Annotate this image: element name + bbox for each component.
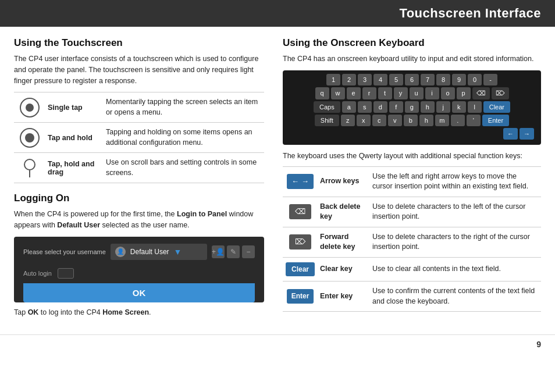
key-f[interactable]: f xyxy=(389,101,403,113)
table-row: Single tap Momentarily tapping the scree… xyxy=(14,92,264,123)
key-caps[interactable]: Caps xyxy=(314,101,340,113)
key-b[interactable]: b xyxy=(404,115,418,126)
key-9[interactable]: 9 xyxy=(452,74,466,85)
fwd-delete-desc: Use to delete characters to the right of… xyxy=(370,227,541,257)
key-r[interactable]: r xyxy=(362,87,376,99)
key-clear[interactable]: Clear xyxy=(483,101,510,113)
logging-on-section: Logging On When the CP4 is powered up fo… xyxy=(14,193,264,318)
clear-desc: Use to clear all contents in the text fi… xyxy=(370,257,541,281)
key-3[interactable]: 3 xyxy=(358,74,372,85)
clear-label: Clear key xyxy=(318,257,370,281)
key-8[interactable]: 8 xyxy=(436,74,450,85)
key-left-arrow[interactable]: ← xyxy=(503,128,518,140)
edit-user-button[interactable]: ✎ xyxy=(227,245,240,258)
ok-button[interactable]: OK xyxy=(23,283,255,302)
key-d[interactable]: d xyxy=(373,101,387,113)
key-a[interactable]: a xyxy=(342,101,356,113)
key-1[interactable]: 1 xyxy=(326,74,340,85)
left-column: Using the Touchscreen The CP4 user inter… xyxy=(14,37,264,324)
login-icons-row: +👤 ✎ − xyxy=(212,245,255,258)
logging-title: Logging On xyxy=(14,193,264,204)
key-w[interactable]: w xyxy=(331,87,345,99)
back-delete-icon: ⌫ xyxy=(289,204,311,219)
tap-hold-icon xyxy=(20,128,40,148)
arrow-keys-desc: Use the left and right arrow keys to mov… xyxy=(370,166,541,197)
key-4[interactable]: 4 xyxy=(373,74,387,85)
touchscreen-desc: The CP4 user interface consists of a tou… xyxy=(14,54,264,86)
arrow-keys-icon-cell: ← → xyxy=(283,166,318,197)
default-user-label: Default User xyxy=(130,248,169,256)
auto-login-label: Auto login xyxy=(23,270,52,277)
touchscreen-title: Using the Touchscreen xyxy=(14,37,264,49)
back-delete-icon-cell: ⌫ xyxy=(283,197,318,227)
key-q[interactable]: q xyxy=(315,87,329,99)
header-title: Touchscreen Interface xyxy=(399,6,541,20)
right-arrow-icon: → xyxy=(301,176,309,187)
key-x[interactable]: x xyxy=(357,115,371,126)
key-e[interactable]: e xyxy=(347,87,361,99)
keyboard-desc: The CP4 has an onscreen keyboard utility… xyxy=(283,54,541,65)
key-fwd-del[interactable]: ⌦ xyxy=(492,87,509,99)
key-6[interactable]: 6 xyxy=(405,74,419,85)
key-c[interactable]: c xyxy=(372,115,386,126)
pin-circle xyxy=(24,159,35,170)
key-backspace[interactable]: ⌫ xyxy=(472,87,490,99)
keyboard-mockup: 1 2 3 4 5 6 7 8 9 0 - q w e r t y u xyxy=(283,70,541,145)
key-2[interactable]: 2 xyxy=(342,74,356,85)
table-row: Tap and hold Tapping and holding on some… xyxy=(14,123,264,153)
key-5[interactable]: 5 xyxy=(389,74,403,85)
single-tap-icon-cell xyxy=(14,92,45,123)
auto-login-row: Auto login xyxy=(23,265,255,283)
key-0[interactable]: 0 xyxy=(468,74,482,85)
tap-hold-label: Tap and hold xyxy=(45,123,104,153)
tap-types-table: Single tap Momentarily tapping the scree… xyxy=(14,92,264,183)
key-enter[interactable]: Enter xyxy=(482,115,509,126)
page-number: 9 xyxy=(0,334,555,354)
key-u[interactable]: u xyxy=(410,87,424,99)
keys-desc-table: ← → Arrow keys Use the left and right ar… xyxy=(283,166,541,312)
page-header: Touchscreen Interface xyxy=(0,0,555,27)
add-user-button[interactable]: +👤 xyxy=(212,245,225,258)
single-tap-dot xyxy=(26,104,34,112)
key-g[interactable]: g xyxy=(405,101,419,113)
kb-row-5: ← → xyxy=(286,128,538,140)
tap-hold-drag-icon xyxy=(16,159,43,177)
select-username-label: Please select your username xyxy=(23,248,106,256)
remove-user-button[interactable]: − xyxy=(242,245,255,258)
key-period[interactable]: . xyxy=(451,115,465,126)
key-t[interactable]: t xyxy=(378,87,392,99)
dropdown-arrow-icon[interactable]: ▼ xyxy=(174,247,182,256)
key-shift[interactable]: Shift xyxy=(315,115,339,126)
fwd-delete-icon-cell: ⌦ xyxy=(283,227,318,257)
login-user-box[interactable]: 👤 Default User ▼ xyxy=(111,244,207,260)
key-7[interactable]: 7 xyxy=(421,74,435,85)
key-p[interactable]: p xyxy=(457,87,471,99)
key-k[interactable]: k xyxy=(452,101,466,113)
key-j[interactable]: j xyxy=(436,101,450,113)
key-o[interactable]: o xyxy=(441,87,455,99)
arrow-keys-icon: ← → xyxy=(287,174,314,189)
key-y[interactable]: y xyxy=(394,87,408,99)
key-s[interactable]: s xyxy=(358,101,372,113)
key-z[interactable]: z xyxy=(341,115,355,126)
key-h[interactable]: h xyxy=(421,101,435,113)
key-l[interactable]: l xyxy=(468,101,482,113)
key-m[interactable]: m xyxy=(435,115,449,126)
key-apostrophe[interactable]: ' xyxy=(467,115,481,126)
key-i[interactable]: i xyxy=(425,87,439,99)
tap-hold-drag-label: Tap, hold and drag xyxy=(45,153,104,183)
auto-login-toggle[interactable] xyxy=(58,268,74,279)
key-v[interactable]: v xyxy=(388,115,402,126)
enter-label: Enter key xyxy=(318,281,370,312)
key-right-arrow[interactable]: → xyxy=(520,128,534,140)
enter-icon-cell: Enter xyxy=(283,281,318,312)
right-column: Using the Onscreen Keyboard The CP4 has … xyxy=(283,37,541,324)
table-row: Clear Clear key Use to clear all content… xyxy=(283,257,541,281)
single-tap-icon xyxy=(20,98,40,117)
fwd-delete-label: Forward delete key xyxy=(318,227,370,257)
table-row: Enter Enter key Use to confirm the curre… xyxy=(283,281,541,312)
key-h2[interactable]: h xyxy=(419,115,433,126)
arrow-keys-label: Arrow keys xyxy=(318,166,370,197)
key-minus[interactable]: - xyxy=(483,74,497,85)
table-row: ⌦ Forward delete key Use to delete chara… xyxy=(283,227,541,257)
